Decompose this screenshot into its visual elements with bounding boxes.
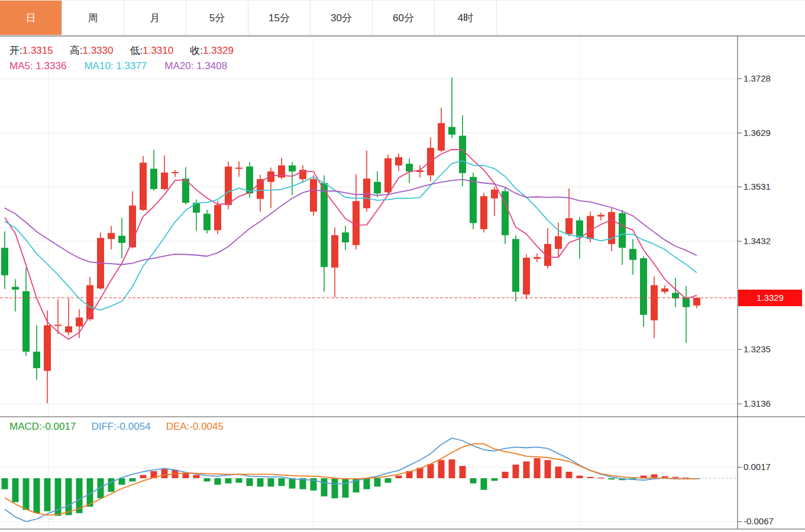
candle: [331, 235, 338, 268]
macd-bar: [587, 477, 594, 478]
candle: [1, 248, 8, 275]
y-axis-label: 1.3531: [743, 181, 771, 192]
candle: [459, 136, 466, 173]
candle: [384, 158, 392, 193]
open-label: 开:: [9, 45, 22, 56]
ohlc-readout: 开:1.3315高:1.3330低:1.3310收:1.3329: [9, 44, 250, 57]
candle: [438, 123, 445, 150]
ma-lines: [0, 150, 738, 339]
candle: [470, 177, 477, 223]
macd-bar: [385, 478, 392, 483]
ma5-line: [5, 150, 697, 339]
macd-bar: [364, 478, 370, 489]
y-axis-label: 1.3235: [743, 344, 771, 354]
macd-bar: [44, 478, 51, 511]
candle: [225, 167, 232, 205]
y-axis-label: 0.0017: [743, 462, 771, 472]
low-value: 1.3310: [143, 45, 173, 56]
candle: [480, 196, 487, 229]
candlestick-chart-canvas[interactable]: [0, 0, 805, 532]
macd-bar: [247, 478, 253, 486]
macd-bar: [396, 476, 402, 478]
tab-4hour[interactable]: 4时: [435, 1, 497, 35]
macd-bar: [460, 466, 466, 478]
candles: [1, 77, 700, 403]
candle: [54, 325, 62, 326]
macd-bar: [332, 478, 338, 498]
tab-week[interactable]: 周: [62, 1, 124, 35]
macd-bar: [609, 478, 615, 479]
macd-bar: [204, 478, 211, 481]
macd-bar: [502, 472, 509, 478]
macd-bar: [523, 462, 530, 478]
candle: [448, 127, 455, 135]
candle: [22, 291, 30, 352]
candle: [172, 172, 179, 173]
tab-month[interactable]: 月: [124, 1, 186, 35]
candle: [363, 179, 370, 208]
candle: [661, 288, 668, 292]
macd-bar: [289, 478, 296, 489]
candle: [118, 236, 125, 243]
y-axis-label: 1.3432: [743, 236, 771, 246]
candle: [629, 249, 636, 260]
macd-bar: [23, 478, 30, 510]
low-label: 低:: [130, 45, 143, 56]
macd-bar: [161, 469, 168, 478]
ma5-legend: MA5: 1.3336: [9, 60, 66, 72]
candle: [597, 215, 604, 216]
candle: [395, 157, 402, 166]
macd-bar: [577, 476, 583, 478]
candle: [140, 163, 147, 210]
y-axis-label: 1.3728: [743, 73, 771, 83]
panel-frame: [0, 36, 805, 529]
candle: [214, 205, 221, 231]
candle: [640, 258, 647, 315]
macd-value-legend: MACD:-0.0017: [9, 421, 76, 432]
candle: [65, 326, 72, 332]
candle: [76, 317, 83, 326]
macd-panel: [2, 438, 738, 521]
candle: [534, 257, 541, 259]
macd-bar: [257, 478, 264, 486]
tab-15min[interactable]: 15分: [248, 1, 311, 35]
macd-bar: [321, 478, 328, 497]
macd-bar: [140, 475, 147, 478]
tab-30min[interactable]: 30分: [311, 1, 373, 35]
candle: [235, 168, 243, 169]
current-price-tag: 1.3329: [738, 290, 802, 306]
macd-bar: [183, 473, 189, 478]
high-label: 高:: [70, 45, 83, 56]
candle: [555, 236, 562, 249]
candle: [310, 179, 317, 212]
tab-5min[interactable]: 5分: [186, 1, 248, 35]
y-axis-label: 1.3629: [743, 128, 771, 138]
dea-value-legend: DEA:-0.0045: [166, 421, 224, 432]
candle: [651, 285, 658, 320]
macd-bar: [34, 478, 40, 513]
candle: [374, 182, 381, 194]
tab-60min[interactable]: 60分: [373, 1, 435, 35]
high-value: 1.3330: [82, 45, 113, 56]
candle: [33, 352, 40, 368]
diff-value-legend: DIFF:-0.0054: [91, 421, 150, 432]
ma20-legend: MA20: 1.3408: [164, 60, 227, 72]
macd-bar: [449, 459, 455, 478]
macd-bar: [374, 478, 381, 486]
close-value: 1.3329: [203, 45, 234, 56]
tab-day[interactable]: 日: [0, 1, 62, 35]
macd-bar: [215, 478, 221, 485]
open-value: 1.3315: [22, 45, 53, 56]
candle: [12, 287, 19, 290]
macd-bar: [555, 466, 562, 478]
candle: [289, 166, 296, 171]
candle: [406, 164, 413, 171]
candle: [44, 325, 51, 371]
macd-bar: [492, 478, 498, 481]
macd-bar: [279, 478, 285, 486]
macd-bar: [108, 478, 115, 492]
candle: [161, 173, 168, 189]
candle: [86, 285, 93, 319]
ma-legend: MA5: 1.3336MA10: 1.3377MA20: 1.3408: [9, 60, 245, 72]
candle: [246, 167, 253, 194]
